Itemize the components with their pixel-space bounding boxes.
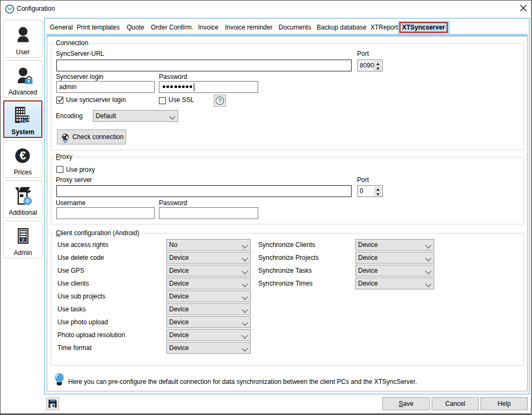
svg-text:€: € [20, 149, 26, 162]
svg-text:?: ? [218, 97, 222, 105]
